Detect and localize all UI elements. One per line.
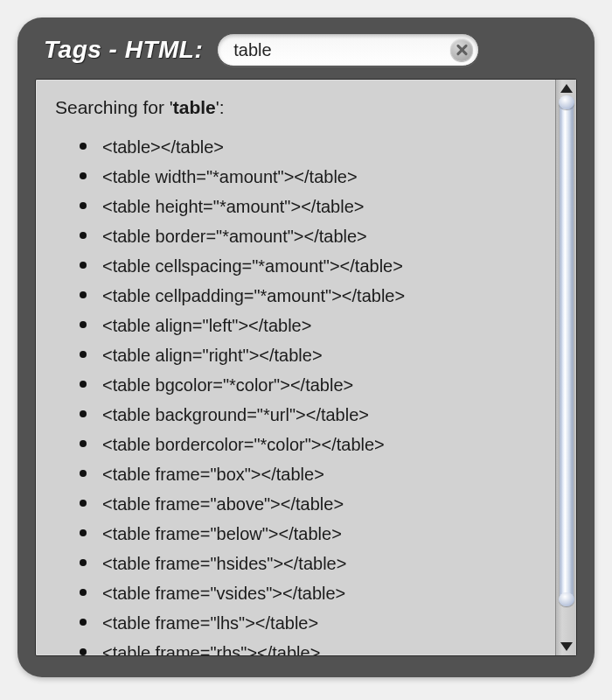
list-item[interactable]: <table></table> <box>80 132 539 162</box>
scroll-thumb[interactable] <box>560 99 574 603</box>
panel-header: Tags - HTML: <box>35 30 577 79</box>
scroll-down-icon[interactable] <box>560 642 573 651</box>
panel-title: Tags - HTML: <box>44 36 203 64</box>
list-item[interactable]: <table background="*url"></table> <box>80 400 539 430</box>
list-item[interactable]: <table frame="lhs"></table> <box>80 608 539 638</box>
list-item[interactable]: <table width="*amount"></table> <box>80 162 539 192</box>
list-item[interactable]: <table cellpadding="*amount"></table> <box>80 281 539 311</box>
list-item[interactable]: <table frame="vsides"></table> <box>80 578 539 608</box>
list-item[interactable]: <table cellspacing="*amount"></table> <box>80 251 539 281</box>
search-prefix: Searching for ' <box>55 97 173 117</box>
search-wrap <box>217 33 479 66</box>
list-item[interactable]: <table border="*amount"></table> <box>80 221 539 251</box>
list-item[interactable]: <table frame="hsides"></table> <box>80 549 539 578</box>
list-item[interactable]: <table frame="below"></table> <box>80 519 539 549</box>
list-item[interactable]: <table frame="box"></table> <box>80 459 539 489</box>
content-area: Searching for 'table': <table></table><t… <box>36 80 555 655</box>
list-item[interactable]: <table bgcolor="*color"></table> <box>80 370 539 400</box>
search-term: table <box>173 97 216 117</box>
list-item[interactable]: <table frame="rhs"></table> <box>80 638 539 655</box>
list-item[interactable]: <table align="right"></table> <box>80 340 539 370</box>
search-input[interactable] <box>217 33 479 66</box>
list-item[interactable]: <table bordercolor="*color"></table> <box>80 430 539 459</box>
content-frame: Searching for 'table': <table></table><t… <box>35 79 577 656</box>
tags-panel: Tags - HTML: Searching for 'table': <tab… <box>17 18 595 677</box>
list-item[interactable]: <table frame="above"></table> <box>80 489 539 519</box>
search-suffix: ': <box>216 97 225 117</box>
results-list: <table></table><table width="*amount"></… <box>55 132 539 655</box>
list-item[interactable]: <table align="left"></table> <box>80 311 539 340</box>
close-icon <box>456 44 468 56</box>
search-status: Searching for 'table': <box>55 92 539 123</box>
scroll-up-icon[interactable] <box>560 84 573 93</box>
scrollbar[interactable] <box>555 80 576 655</box>
clear-search-button[interactable] <box>450 38 473 61</box>
list-item[interactable]: <table height="*amount"></table> <box>80 192 539 221</box>
